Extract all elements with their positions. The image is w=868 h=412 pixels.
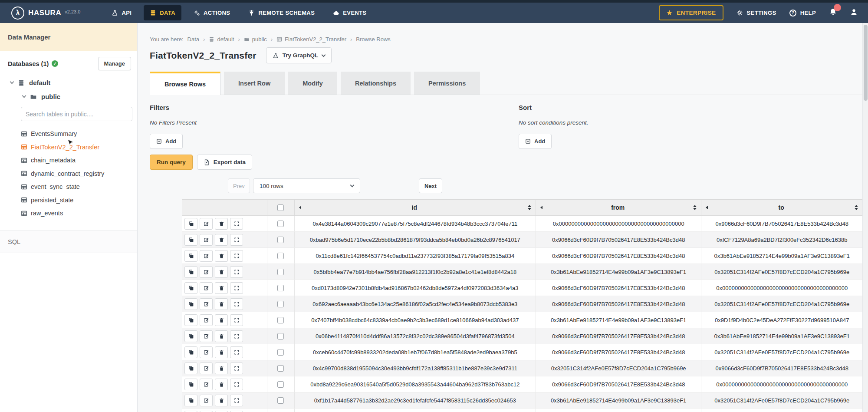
sidebar-table-item[interactable]: raw_events (21, 207, 137, 220)
row-checkbox[interactable] (277, 237, 284, 243)
enterprise-button[interactable]: ENTERPRISE (659, 5, 723, 20)
row-checkbox[interactable] (277, 269, 284, 275)
breadcrumb-item-default[interactable]: default (209, 36, 234, 43)
sidebar-table-item[interactable]: FiatTokenV2_2_Transfer (21, 141, 137, 154)
delete-row-button[interactable] (215, 330, 228, 342)
sidebar-table-item[interactable]: chain_metadata (21, 154, 137, 167)
nav-item-actions[interactable]: ACTIONS (187, 5, 236, 20)
row-checkbox[interactable] (277, 301, 284, 307)
delete-row-button[interactable] (215, 314, 228, 326)
delete-row-button[interactable] (215, 395, 228, 406)
edit-row-button[interactable] (200, 330, 213, 342)
tab-insert-row[interactable]: Insert Row (224, 72, 285, 95)
expand-row-button[interactable] (230, 282, 243, 294)
breadcrumb-item-table[interactable]: FiatTokenV2_2_Transfer (276, 36, 346, 43)
clone-row-button[interactable] (184, 250, 197, 262)
chevron-down-icon[interactable] (10, 80, 14, 84)
edit-row-button[interactable] (200, 411, 213, 412)
edit-row-button[interactable] (200, 298, 213, 310)
clone-row-button[interactable] (184, 234, 197, 246)
clone-row-button[interactable] (184, 395, 197, 406)
delete-row-button[interactable] (215, 298, 228, 310)
delete-row-button[interactable] (215, 379, 228, 390)
edit-row-button[interactable] (200, 234, 213, 246)
sort-icon[interactable] (693, 205, 697, 210)
row-checkbox[interactable] (277, 285, 284, 291)
sidebar-table-item[interactable]: event_sync_state (21, 180, 137, 194)
prev-page-button[interactable]: Prev (228, 178, 250, 193)
add-sort-button[interactable]: Add (519, 134, 552, 149)
expand-row-button[interactable] (230, 379, 243, 390)
database-tree-item[interactable]: default (10, 79, 137, 86)
user-menu-button[interactable] (850, 8, 858, 17)
edit-row-button[interactable] (200, 395, 213, 406)
edit-row-button[interactable] (200, 314, 213, 326)
delete-row-button[interactable] (215, 282, 228, 294)
edit-row-button[interactable] (200, 363, 213, 374)
row-checkbox[interactable] (277, 333, 284, 339)
tab-permissions[interactable]: Permissions (414, 72, 480, 95)
clone-row-button[interactable] (184, 282, 197, 294)
help-button[interactable]: HELP (789, 10, 816, 16)
tab-browse-rows[interactable]: Browse Rows (150, 72, 220, 95)
edit-row-button[interactable] (200, 218, 213, 230)
breadcrumb-item-data[interactable]: Data (187, 36, 199, 43)
edit-row-button[interactable] (200, 379, 213, 390)
run-query-button[interactable]: Run query (150, 155, 193, 170)
delete-row-button[interactable] (215, 250, 228, 262)
clone-row-button[interactable] (184, 314, 197, 326)
nav-item-data[interactable]: DATA (144, 5, 181, 20)
hasura-logo[interactable]: λ HASURA v2.23.0 (11, 7, 80, 20)
sidebar-table-item[interactable]: EventsSummary (21, 127, 137, 141)
clone-row-button[interactable] (184, 346, 197, 358)
expand-row-button[interactable] (230, 314, 243, 326)
clone-row-button[interactable] (184, 298, 197, 310)
nav-item-api[interactable]: API (105, 5, 138, 20)
header-col-from[interactable]: from (536, 200, 702, 215)
edit-row-button[interactable] (200, 266, 213, 278)
expand-row-button[interactable] (230, 250, 243, 262)
scrollbar-thumb[interactable] (864, 25, 868, 101)
settings-button[interactable]: SETTINGS (736, 10, 776, 16)
expand-row-button[interactable] (230, 395, 243, 406)
clone-row-button[interactable] (184, 266, 197, 278)
clone-row-button[interactable] (184, 330, 197, 342)
edit-row-button[interactable] (200, 250, 213, 262)
expand-row-button[interactable] (230, 298, 243, 310)
row-checkbox[interactable] (277, 381, 284, 388)
sort-icon[interactable] (855, 205, 858, 210)
rows-per-page-select[interactable]: 100 rows (253, 178, 360, 193)
expand-row-button[interactable] (230, 346, 243, 358)
breadcrumb-item-browse-rows[interactable]: Browse Rows (356, 36, 390, 43)
sort-icon[interactable] (528, 205, 531, 210)
delete-row-button[interactable] (215, 218, 228, 230)
clone-row-button[interactable] (184, 411, 197, 412)
schema-tree-item[interactable]: public (23, 93, 137, 100)
nav-item-remote-schemas[interactable]: REMOTE SCHEMAS (242, 5, 321, 20)
row-checkbox[interactable] (277, 317, 284, 323)
row-checkbox[interactable] (277, 253, 284, 259)
sidebar-table-item[interactable]: persisted_state (21, 194, 137, 207)
next-page-button[interactable]: Next (419, 178, 442, 193)
header-col-to[interactable]: to (701, 200, 862, 215)
delete-row-button[interactable] (215, 363, 228, 374)
edit-row-button[interactable] (200, 282, 213, 294)
row-checkbox[interactable] (277, 221, 284, 227)
expand-row-button[interactable] (230, 330, 243, 342)
vertical-scrollbar[interactable] (862, 23, 868, 412)
row-checkbox[interactable] (277, 365, 284, 372)
sql-section[interactable]: SQL (0, 231, 137, 253)
delete-row-button[interactable] (215, 266, 228, 278)
add-filter-button[interactable]: Add (150, 134, 183, 149)
clone-row-button[interactable] (184, 363, 197, 374)
header-col-id[interactable]: id (295, 200, 536, 215)
edit-row-button[interactable] (200, 346, 213, 358)
clone-row-button[interactable] (184, 218, 197, 230)
row-checkbox[interactable] (277, 349, 284, 356)
sidebar-table-item[interactable]: dynamic_contract_registry (21, 167, 137, 181)
delete-row-button[interactable] (215, 346, 228, 358)
try-graphql-button[interactable]: Try GraphQL (266, 47, 332, 63)
nav-item-events[interactable]: EVENTS (327, 5, 372, 20)
chevron-down-icon[interactable] (22, 94, 26, 98)
expand-row-button[interactable] (230, 234, 243, 246)
